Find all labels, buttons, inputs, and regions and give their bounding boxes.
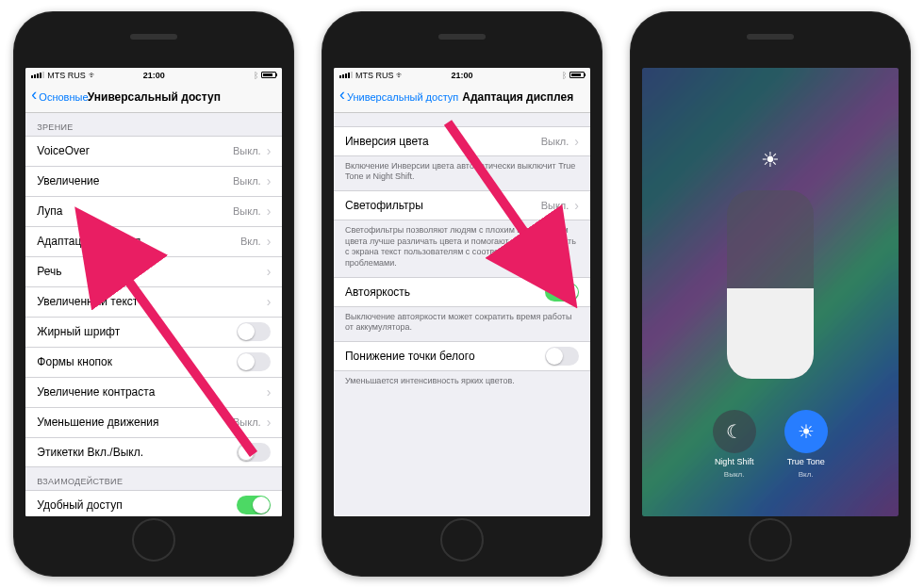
signal-icon (339, 72, 353, 78)
row-increase-contrast[interactable]: Увеличение контраста› (25, 377, 282, 407)
section-header-vision: ЗРЕНИЕ (25, 113, 282, 136)
night-shift-label: Night Shift (715, 457, 754, 466)
true-tone-button[interactable]: ☀ True Tone Вкл. (784, 410, 828, 479)
chevron-right-icon: › (574, 134, 579, 149)
carrier-label: MTS RUS (355, 71, 394, 80)
chevron-left-icon (31, 91, 37, 103)
carrier-label: MTS RUS (47, 71, 86, 80)
signal-icon (31, 72, 44, 78)
row-magnifier[interactable]: ЛупаВыкл.› (25, 196, 282, 226)
night-shift-status: Выкл. (724, 470, 745, 479)
time-label: 21:00 (451, 71, 472, 80)
back-label: Основные (39, 91, 88, 103)
true-tone-label: True Tone (787, 457, 825, 466)
wifi-icon: ᯤ (396, 71, 404, 80)
bluetooth-icon: ᛒ (562, 71, 567, 80)
chevron-right-icon: › (267, 143, 272, 158)
footer-note: Уменьшается интенсивность ярких цветов. (334, 371, 590, 395)
chevron-left-icon (339, 91, 345, 103)
true-tone-icon: ☀ (798, 420, 815, 443)
screen: MTS RUS ᯤ 21:00 ᛒ Основные Универсальный… (25, 68, 282, 516)
row-larger-text[interactable]: Увеличенный текст› (25, 286, 282, 317)
back-button[interactable]: Универсальный доступ (339, 91, 458, 103)
status-bar: MTS RUS ᯤ 21:00 ᛒ (25, 68, 282, 83)
page-title: Адаптация дисплея (462, 90, 573, 104)
back-button[interactable]: Основные (31, 91, 88, 103)
settings-list[interactable]: ЗРЕНИЕ VoiceOverВыкл.› УвеличениеВыкл.› … (25, 113, 282, 516)
nav-bar: Основные Универсальный доступ (25, 83, 282, 113)
toggle-reduce-white-point[interactable] (545, 347, 579, 366)
brightness-slider[interactable] (727, 190, 814, 379)
row-speech[interactable]: Речь› (25, 256, 282, 286)
sun-icon: ☀ (761, 148, 780, 172)
wifi-icon: ᯤ (89, 71, 97, 80)
night-shift-button[interactable]: ☾ Night Shift Выкл. (713, 410, 756, 479)
bluetooth-icon: ᛒ (254, 71, 258, 80)
time-label: 21:00 (143, 71, 165, 80)
footer-note: Выключение автояркости может сократить в… (334, 307, 590, 341)
battery-icon (569, 72, 585, 78)
chevron-right-icon: › (267, 204, 272, 219)
page-title: Универсальный доступ (88, 90, 221, 104)
footer-note: Светофильтры позволяют людям с плохим во… (334, 220, 590, 277)
toggle-onoff-labels[interactable] (237, 443, 271, 462)
row-zoom[interactable]: УвеличениеВыкл.› (25, 166, 282, 196)
row-button-shapes[interactable]: Формы кнопок (25, 347, 282, 377)
phone-accessibility: MTS RUS ᯤ 21:00 ᛒ Основные Универсальный… (13, 11, 294, 577)
row-reduce-white-point[interactable]: Понижение точки белого (334, 341, 590, 371)
row-color-filters[interactable]: СветофильтрыВыкл.› (334, 190, 590, 220)
row-auto-brightness[interactable]: Автояркость (334, 277, 590, 307)
phone-display-accommodations: MTS RUS ᯤ 21:00 ᛒ Универсальный доступ А… (322, 11, 602, 577)
control-center[interactable]: ☀ ☾ Night Shift Выкл. ☀ True Tone Вкл. (642, 68, 899, 516)
screen: ☀ ☾ Night Shift Выкл. ☀ True Tone Вкл. (642, 68, 899, 516)
footer-note: Включение Инверсии цвета автоматически в… (334, 156, 590, 190)
toggle-reachability[interactable] (237, 496, 271, 514)
nav-bar: Универсальный доступ Адаптация дисплея (334, 83, 590, 113)
back-label: Универсальный доступ (347, 91, 458, 103)
night-shift-icon: ☾ (726, 420, 743, 443)
screen: MTS RUS ᯤ 21:00 ᛒ Универсальный доступ А… (334, 68, 590, 516)
chevron-right-icon: › (267, 234, 272, 249)
chevron-right-icon: › (267, 264, 272, 279)
row-reachability[interactable]: Удобный доступ (25, 490, 282, 516)
phone-control-center: ☀ ☾ Night Shift Выкл. ☀ True Tone Вкл. (630, 11, 911, 577)
true-tone-status: Вкл. (799, 470, 814, 479)
brightness-fill (727, 288, 814, 379)
chevron-right-icon: › (267, 384, 272, 399)
row-display-accommodations[interactable]: Адаптация дисплеяВкл.› (25, 226, 282, 256)
row-onoff-labels[interactable]: Этикетки Вкл./Выкл. (25, 437, 282, 467)
row-invert-colors[interactable]: Инверсия цветаВыкл.› (334, 126, 590, 156)
chevron-right-icon: › (267, 173, 272, 188)
chevron-right-icon: › (267, 294, 272, 309)
chevron-right-icon: › (574, 198, 579, 213)
section-header-interaction: ВЗАИМОДЕЙСТВИЕ (25, 467, 282, 490)
toggle-button-shapes[interactable] (237, 352, 271, 371)
battery-icon (261, 72, 276, 78)
chevron-right-icon: › (267, 415, 272, 430)
row-bold-text[interactable]: Жирный шрифт (25, 317, 282, 347)
settings-list[interactable]: Инверсия цветаВыкл.› Включение Инверсии … (334, 113, 590, 516)
toggle-bold-text[interactable] (237, 322, 271, 341)
status-bar: MTS RUS ᯤ 21:00 ᛒ (334, 68, 590, 83)
row-reduce-motion[interactable]: Уменьшение движенияВыкл.› (25, 407, 282, 437)
toggle-auto-brightness[interactable] (545, 283, 579, 302)
row-voiceover[interactable]: VoiceOverВыкл.› (25, 136, 282, 166)
